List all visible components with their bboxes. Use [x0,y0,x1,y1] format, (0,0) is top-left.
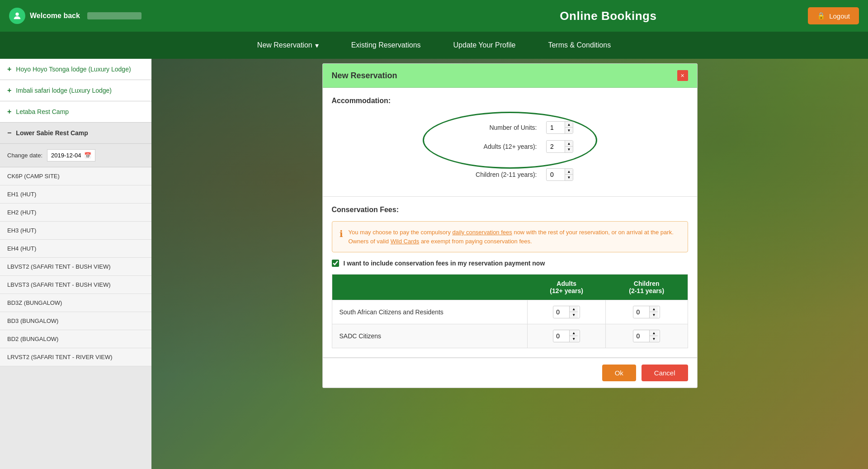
unit-eh3[interactable]: EH3 (HUT) [0,222,151,240]
sa-children-up[interactable]: ▲ [650,306,658,312]
adults-spinner[interactable]: ▲ ▼ [546,140,573,153]
conservation-fees-title: Conservation Fees: [332,206,688,214]
change-date-label: Change date: [7,152,42,159]
modal-close-button[interactable]: × [677,70,688,81]
sa-children-input[interactable] [633,307,649,317]
sadc-children-up[interactable]: ▲ [650,330,658,336]
site-title: Online Bookings [409,9,808,23]
sa-adults-spinner[interactable]: ▲ ▼ [553,306,580,318]
sidebar-item-lower-sabie[interactable]: − Lower Sabie Rest Camp [0,123,151,144]
sidebar-item-label: Letaba Rest Camp [16,108,69,115]
nav-new-reservation[interactable]: New Reservation ▾ [250,38,326,53]
unit-bd2[interactable]: BD2 (BUNGALOW) [0,330,151,348]
children-input[interactable] [547,169,565,180]
main-content: + Hoyo Hoyo Tsonga lodge (Luxury Lodge) … [0,59,868,469]
info-icon: ℹ [340,228,343,239]
cancel-button[interactable]: Cancel [642,365,688,381]
fee-row-sa-label: South African Citizens and Residents [332,300,527,324]
unit-eh4[interactable]: EH4 (HUT) [0,240,151,258]
sa-adults-input[interactable] [553,307,569,317]
plus-icon: + [7,86,11,95]
calendar-icon[interactable]: 📅 [84,152,91,159]
dropdown-arrow-icon: ▾ [315,41,319,50]
fee-table: Adults(12+ years) Children(2-11 years) S… [332,274,688,348]
modal-header: New Reservation × [323,64,697,88]
unit-lbvst3[interactable]: LBVST3 (SAFARI TENT - BUSH VIEW) [0,276,151,294]
sa-children-spinner[interactable]: ▲ ▼ [633,306,660,318]
sadc-children-spinners: ▲ ▼ [649,330,658,342]
accommodation-section: Accommodation: Number of Units: ▲ ▼ [323,88,697,197]
date-value: 2019-12-04 [51,152,81,159]
adults-label: Adults (12+ years): [447,143,537,150]
unit-eh1[interactable]: EH1 (HUT) [0,185,151,204]
logout-button[interactable]: 🔒 Logout [808,7,859,24]
sa-children-down[interactable]: ▼ [650,312,658,318]
new-reservation-modal: New Reservation × Accommodation: Number … [322,63,698,388]
nav-terms[interactable]: Terms & Conditions [541,38,618,53]
date-row: Change date: 2019-12-04 📅 [0,144,151,167]
children-spinner[interactable]: ▲ ▼ [546,168,573,181]
sidebar-item-hoyo[interactable]: + Hoyo Hoyo Tsonga lodge (Luxury Lodge) [0,59,151,80]
sa-adults-down[interactable]: ▼ [570,312,578,318]
nav-update-profile[interactable]: Update Your Profile [446,38,523,53]
children-up-button[interactable]: ▲ [565,169,573,175]
fee-table-header-children: Children(2-11 years) [606,275,688,300]
sidebar-item-letaba[interactable]: + Letaba Rest Camp [0,101,151,123]
date-display[interactable]: 2019-12-04 📅 [47,149,95,161]
fee-row-sadc: SADC Citizens ▲ ▼ [332,324,688,348]
modal-overlay: New Reservation × Accommodation: Number … [151,59,868,469]
user-info: Welcome back [9,8,409,24]
nav-existing-reservations[interactable]: Existing Reservations [344,38,428,53]
unit-lrvst2[interactable]: LRVST2 (SAFARI TENT - RIVER VIEW) [0,348,151,366]
svg-point-0 [15,13,19,16]
sidebar-item-label: Lower Sabie Rest Camp [16,129,88,137]
adults-up-button[interactable]: ▲ [565,141,573,147]
unit-bd3[interactable]: BD3 (BUNGALOW) [0,312,151,330]
oval-highlight: Number of Units: ▲ ▼ Adults (1 [332,112,688,168]
sadc-children-down[interactable]: ▼ [650,336,658,342]
conservation-checkbox[interactable] [332,260,339,267]
units-spinner[interactable]: ▲ ▼ [546,121,573,134]
sadc-adults-spinners: ▲ ▼ [569,330,578,342]
accommodation-title: Accommodation: [332,97,688,105]
fee-row-sa: South African Citizens and Residents ▲ ▼ [332,300,688,324]
nav-update-profile-label: Update Your Profile [453,41,516,49]
units-label: Number of Units: [447,124,537,131]
user-avatar [9,8,25,24]
fee-row-sadc-adults: ▲ ▼ [527,324,605,348]
sa-adults-up[interactable]: ▲ [570,306,578,312]
children-down-button[interactable]: ▼ [565,175,573,180]
adults-input[interactable] [547,141,565,152]
sadc-children-input[interactable] [633,331,649,341]
sidebar-item-imbali[interactable]: + Imbali safari lodge (Luxury Lodge) [0,80,151,101]
sadc-adults-up[interactable]: ▲ [570,330,578,336]
units-up-button[interactable]: ▲ [565,122,573,128]
unit-eh2[interactable]: EH2 (HUT) [0,204,151,222]
sadc-adults-input[interactable] [553,331,569,341]
units-down-button[interactable]: ▼ [565,128,573,133]
children-field-row: Children (2-11 years): ▲ ▼ [332,168,688,181]
conservation-checkbox-label[interactable]: I want to include conservation fees in m… [344,260,545,267]
modal-title: New Reservation [332,71,397,81]
adults-spinners: ▲ ▼ [565,141,573,152]
sa-children-spinners: ▲ ▼ [649,306,658,318]
unit-lbvst2[interactable]: LBVST2 (SAFARI TENT - BUSH VIEW) [0,258,151,276]
ok-button[interactable]: Ok [602,365,636,381]
nav-existing-reservations-label: Existing Reservations [351,41,421,49]
sadc-children-spinner[interactable]: ▲ ▼ [633,330,660,342]
nav-new-reservation-label: New Reservation [257,41,312,49]
minus-icon: − [7,129,11,137]
fee-row-sa-adults: ▲ ▼ [527,300,605,324]
unit-bd3z[interactable]: BD3Z (BUNGALOW) [0,294,151,312]
fee-table-header-category [332,275,527,300]
sadc-adults-spinner[interactable]: ▲ ▼ [553,330,580,342]
sa-adults-spinners: ▲ ▼ [569,306,578,318]
unit-ck6p[interactable]: CK6P (CAMP SITE) [0,167,151,185]
sadc-adults-down[interactable]: ▼ [570,336,578,342]
fee-table-header-adults: Adults(12+ years) [527,275,605,300]
fee-row-sadc-children: ▲ ▼ [606,324,688,348]
fee-row-sadc-label: SADC Citizens [332,324,527,348]
adults-down-button[interactable]: ▼ [565,147,573,152]
units-input[interactable] [547,122,565,133]
sidebar: + Hoyo Hoyo Tsonga lodge (Luxury Lodge) … [0,59,151,469]
